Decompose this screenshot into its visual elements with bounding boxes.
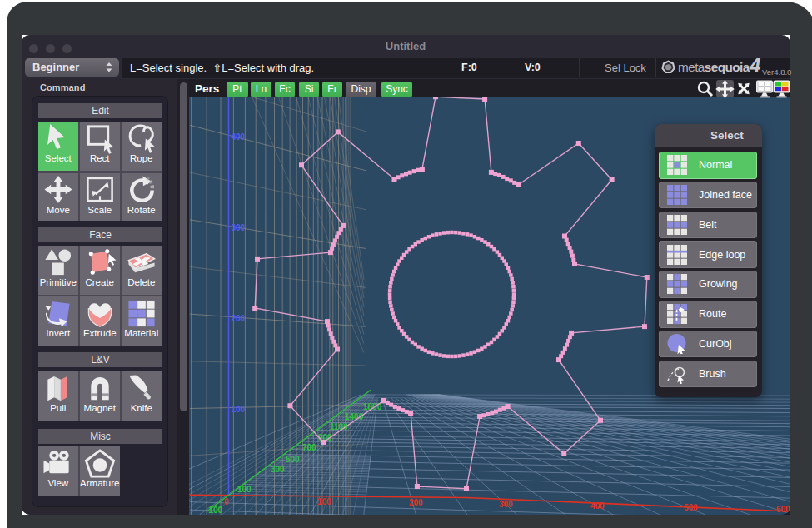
svg-text:100: 100 [317, 496, 331, 506]
svg-text:300: 300 [232, 222, 246, 232]
svg-text:100: 100 [232, 404, 246, 413]
svg-text:200: 200 [409, 497, 423, 506]
svg-text:0: 0 [224, 496, 229, 506]
svg-text:600: 600 [776, 504, 790, 513]
svg-text:700: 700 [302, 442, 316, 451]
svg-text:300: 300 [271, 464, 285, 473]
svg-text:200: 200 [232, 313, 246, 322]
svg-text:100: 100 [237, 484, 252, 493]
svg-text:500: 500 [684, 502, 698, 511]
svg-text:400: 400 [590, 501, 605, 510]
svg-text:300: 300 [499, 499, 513, 508]
svg-text:500: 500 [286, 454, 300, 463]
svg-text:400: 400 [232, 132, 246, 141]
svg-text:-100: -100 [206, 505, 222, 514]
